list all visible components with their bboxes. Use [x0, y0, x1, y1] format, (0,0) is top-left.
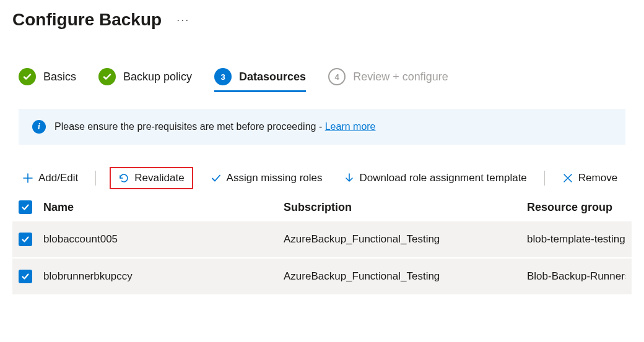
table-row[interactable]: blobaccount005 AzureBackup_Functional_Te…: [12, 220, 632, 257]
info-icon: i: [32, 120, 46, 134]
step-label: Review + configure: [353, 71, 448, 83]
learn-more-link[interactable]: Learn more: [325, 121, 376, 132]
button-label: Assign missing roles: [227, 172, 323, 184]
remove-button[interactable]: Remove: [559, 169, 621, 187]
cell-resource-group: blob-template-testing: [527, 233, 625, 246]
wizard-steps: Basics Backup policy 3 Datasources 4 Rev…: [12, 45, 632, 96]
step-review-configure[interactable]: 4 Review + configure: [328, 68, 448, 85]
info-text: Please ensure the pre-requisites are met…: [54, 121, 376, 132]
step-number-icon: 3: [214, 68, 232, 85]
step-datasources[interactable]: 3 Datasources: [214, 68, 306, 92]
step-backup-policy[interactable]: Backup policy: [98, 68, 192, 85]
step-basics[interactable]: Basics: [19, 68, 76, 85]
cell-subscription: AzureBackup_Functional_Testing: [284, 270, 516, 283]
cell-resource-group: Blob-Backup-Runnersccy: [527, 270, 625, 283]
table-header: Name Subscription Resource group: [12, 194, 632, 220]
download-template-button[interactable]: Download role assignment template: [340, 169, 531, 187]
plus-icon: [22, 173, 33, 184]
separator: [544, 171, 545, 186]
button-label: Remove: [578, 172, 617, 184]
col-name[interactable]: Name: [43, 201, 272, 214]
cell-subscription: AzureBackup_Functional_Testing: [284, 233, 516, 246]
check-icon: [211, 173, 222, 184]
check-icon: [98, 68, 116, 85]
check-icon: [19, 68, 36, 85]
revalidate-button[interactable]: Revalidate: [115, 169, 188, 187]
row-checkbox[interactable]: [19, 270, 32, 283]
info-message: Please ensure the pre-requisites are met…: [54, 121, 325, 132]
col-resource-group[interactable]: Resource group: [527, 201, 625, 214]
info-banner: i Please ensure the pre-requisites are m…: [19, 109, 625, 145]
revalidate-highlight: Revalidate: [110, 167, 193, 189]
close-icon: [562, 173, 573, 184]
cell-name: blobaccount005: [43, 233, 272, 246]
row-checkbox[interactable]: [19, 233, 32, 246]
assign-roles-button[interactable]: Assign missing roles: [207, 169, 326, 187]
step-label: Datasources: [239, 71, 306, 83]
col-subscription[interactable]: Subscription: [284, 201, 516, 214]
select-all-checkbox[interactable]: [19, 200, 32, 214]
table-row[interactable]: blobrunnerbkupccy AzureBackup_Functional…: [12, 257, 632, 294]
cell-name: blobrunnerbkupccy: [43, 270, 272, 283]
add-edit-button[interactable]: Add/Edit: [19, 169, 82, 187]
page-title: Configure Backup: [12, 10, 162, 30]
button-label: Add/Edit: [38, 172, 78, 184]
separator: [95, 171, 96, 186]
step-label: Basics: [43, 71, 76, 83]
toolbar: Add/Edit Revalidate Assign missing roles…: [12, 157, 632, 194]
more-icon[interactable]: ···: [176, 14, 189, 27]
step-label: Backup policy: [123, 71, 192, 83]
button-label: Revalidate: [134, 172, 184, 184]
button-label: Download role assignment template: [360, 172, 527, 184]
download-icon: [344, 173, 355, 184]
step-number-icon: 4: [328, 68, 346, 85]
refresh-icon: [118, 173, 129, 184]
